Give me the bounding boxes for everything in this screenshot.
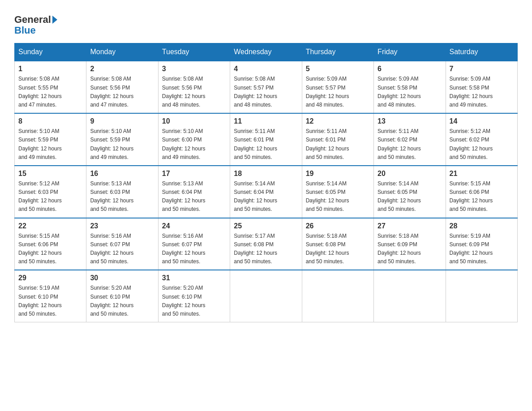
calendar-cell: 14 Sunrise: 5:12 AM Sunset: 6:02 PM Dayl… xyxy=(446,113,517,166)
day-info: Sunrise: 5:15 AM Sunset: 6:06 PM Dayligh… xyxy=(450,180,514,214)
day-info: Sunrise: 5:08 AM Sunset: 5:57 PM Dayligh… xyxy=(234,75,298,109)
day-number: 23 xyxy=(90,222,154,230)
day-info: Sunrise: 5:08 AM Sunset: 5:56 PM Dayligh… xyxy=(90,75,154,109)
calendar-cell: 6 Sunrise: 5:09 AM Sunset: 5:58 PM Dayli… xyxy=(374,61,446,113)
calendar-cell: 22 Sunrise: 5:15 AM Sunset: 6:06 PM Dayl… xyxy=(15,218,86,270)
calendar-cell xyxy=(446,270,517,322)
calendar-cell: 10 Sunrise: 5:10 AM Sunset: 6:00 PM Dayl… xyxy=(158,113,230,166)
day-number: 20 xyxy=(378,170,442,178)
week-row-1: 1 Sunrise: 5:08 AM Sunset: 5:55 PM Dayli… xyxy=(15,61,518,113)
day-info: Sunrise: 5:17 AM Sunset: 6:08 PM Dayligh… xyxy=(234,232,298,266)
day-info: Sunrise: 5:09 AM Sunset: 5:58 PM Dayligh… xyxy=(378,75,442,109)
day-number: 14 xyxy=(450,117,514,125)
day-info: Sunrise: 5:16 AM Sunset: 6:07 PM Dayligh… xyxy=(162,232,226,266)
calendar-table: SundayMondayTuesdayWednesdayThursdayFrid… xyxy=(14,43,518,322)
day-info: Sunrise: 5:14 AM Sunset: 6:05 PM Dayligh… xyxy=(378,180,442,214)
day-number: 22 xyxy=(18,222,82,230)
day-number: 13 xyxy=(378,117,442,125)
logo-line1: General xyxy=(14,14,59,25)
day-number: 30 xyxy=(90,274,154,282)
calendar-cell: 8 Sunrise: 5:10 AM Sunset: 5:59 PM Dayli… xyxy=(15,113,86,166)
header-friday: Friday xyxy=(374,43,446,61)
day-number: 9 xyxy=(90,117,154,125)
logo: General Blue xyxy=(14,11,59,36)
day-number: 24 xyxy=(162,222,226,230)
header-monday: Monday xyxy=(86,43,158,61)
calendar-header-row: SundayMondayTuesdayWednesdayThursdayFrid… xyxy=(15,43,518,61)
calendar-cell: 26 Sunrise: 5:18 AM Sunset: 6:08 PM Dayl… xyxy=(302,218,373,270)
day-number: 15 xyxy=(18,170,82,178)
day-number: 27 xyxy=(378,222,442,230)
day-info: Sunrise: 5:11 AM Sunset: 6:01 PM Dayligh… xyxy=(306,127,370,162)
calendar-cell: 23 Sunrise: 5:16 AM Sunset: 6:07 PM Dayl… xyxy=(86,218,158,270)
calendar-cell: 27 Sunrise: 5:18 AM Sunset: 6:09 PM Dayl… xyxy=(374,218,446,270)
logo-general-text: General xyxy=(14,14,51,25)
calendar-cell: 13 Sunrise: 5:11 AM Sunset: 6:02 PM Dayl… xyxy=(374,113,446,166)
calendar-cell: 4 Sunrise: 5:08 AM Sunset: 5:57 PM Dayli… xyxy=(230,61,302,113)
day-info: Sunrise: 5:11 AM Sunset: 6:01 PM Dayligh… xyxy=(234,127,298,162)
calendar-cell: 3 Sunrise: 5:08 AM Sunset: 5:56 PM Dayli… xyxy=(158,61,230,113)
calendar-cell: 2 Sunrise: 5:08 AM Sunset: 5:56 PM Dayli… xyxy=(86,61,158,113)
header-saturday: Saturday xyxy=(446,43,517,61)
day-info: Sunrise: 5:20 AM Sunset: 6:10 PM Dayligh… xyxy=(162,284,226,318)
day-number: 12 xyxy=(306,117,370,125)
calendar-cell: 18 Sunrise: 5:14 AM Sunset: 6:04 PM Dayl… xyxy=(230,166,302,218)
calendar-cell: 31 Sunrise: 5:20 AM Sunset: 6:10 PM Dayl… xyxy=(158,270,230,322)
day-info: Sunrise: 5:15 AM Sunset: 6:06 PM Dayligh… xyxy=(18,232,82,266)
week-row-4: 22 Sunrise: 5:15 AM Sunset: 6:06 PM Dayl… xyxy=(15,218,518,270)
day-number: 19 xyxy=(306,170,370,178)
day-number: 29 xyxy=(18,274,82,282)
day-info: Sunrise: 5:19 AM Sunset: 6:09 PM Dayligh… xyxy=(450,232,514,266)
day-info: Sunrise: 5:09 AM Sunset: 5:58 PM Dayligh… xyxy=(450,75,514,109)
calendar-cell: 16 Sunrise: 5:13 AM Sunset: 6:03 PM Dayl… xyxy=(86,166,158,218)
calendar-cell: 15 Sunrise: 5:12 AM Sunset: 6:03 PM Dayl… xyxy=(15,166,86,218)
logo-arrow-icon xyxy=(52,16,57,24)
day-info: Sunrise: 5:08 AM Sunset: 5:56 PM Dayligh… xyxy=(162,75,226,109)
day-info: Sunrise: 5:12 AM Sunset: 6:03 PM Dayligh… xyxy=(18,180,82,214)
day-info: Sunrise: 5:18 AM Sunset: 6:08 PM Dayligh… xyxy=(306,232,370,266)
day-number: 31 xyxy=(162,274,226,282)
calendar-cell: 7 Sunrise: 5:09 AM Sunset: 5:58 PM Dayli… xyxy=(446,61,517,113)
calendar-cell: 19 Sunrise: 5:14 AM Sunset: 6:05 PM Dayl… xyxy=(302,166,373,218)
day-info: Sunrise: 5:12 AM Sunset: 6:02 PM Dayligh… xyxy=(450,127,514,162)
calendar-cell: 20 Sunrise: 5:14 AM Sunset: 6:05 PM Dayl… xyxy=(374,166,446,218)
day-info: Sunrise: 5:13 AM Sunset: 6:03 PM Dayligh… xyxy=(90,180,154,214)
header-wednesday: Wednesday xyxy=(230,43,302,61)
day-number: 25 xyxy=(234,222,298,230)
day-info: Sunrise: 5:20 AM Sunset: 6:10 PM Dayligh… xyxy=(90,284,154,318)
day-number: 5 xyxy=(306,65,370,73)
calendar-cell: 28 Sunrise: 5:19 AM Sunset: 6:09 PM Dayl… xyxy=(446,218,517,270)
day-number: 16 xyxy=(90,170,154,178)
day-number: 26 xyxy=(306,222,370,230)
header-tuesday: Tuesday xyxy=(158,43,230,61)
day-number: 4 xyxy=(234,65,298,73)
day-number: 18 xyxy=(234,170,298,178)
week-row-5: 29 Sunrise: 5:19 AM Sunset: 6:10 PM Dayl… xyxy=(15,270,518,322)
day-info: Sunrise: 5:14 AM Sunset: 6:05 PM Dayligh… xyxy=(306,180,370,214)
calendar-cell: 5 Sunrise: 5:09 AM Sunset: 5:57 PM Dayli… xyxy=(302,61,373,113)
calendar-cell: 21 Sunrise: 5:15 AM Sunset: 6:06 PM Dayl… xyxy=(446,166,517,218)
page-header: General Blue xyxy=(14,11,518,36)
logo-line2: Blue xyxy=(14,25,36,36)
day-info: Sunrise: 5:14 AM Sunset: 6:04 PM Dayligh… xyxy=(234,180,298,214)
logo-blue-text: Blue xyxy=(14,25,36,36)
calendar-cell: 29 Sunrise: 5:19 AM Sunset: 6:10 PM Dayl… xyxy=(15,270,86,322)
day-info: Sunrise: 5:09 AM Sunset: 5:57 PM Dayligh… xyxy=(306,75,370,109)
calendar-cell xyxy=(230,270,302,322)
day-info: Sunrise: 5:16 AM Sunset: 6:07 PM Dayligh… xyxy=(90,232,154,266)
calendar-cell: 12 Sunrise: 5:11 AM Sunset: 6:01 PM Dayl… xyxy=(302,113,373,166)
day-info: Sunrise: 5:13 AM Sunset: 6:04 PM Dayligh… xyxy=(162,180,226,214)
calendar-cell: 24 Sunrise: 5:16 AM Sunset: 6:07 PM Dayl… xyxy=(158,218,230,270)
day-info: Sunrise: 5:10 AM Sunset: 6:00 PM Dayligh… xyxy=(162,127,226,162)
day-number: 21 xyxy=(450,170,514,178)
calendar-cell xyxy=(302,270,373,322)
header-sunday: Sunday xyxy=(15,43,86,61)
day-number: 2 xyxy=(90,65,154,73)
calendar-cell: 30 Sunrise: 5:20 AM Sunset: 6:10 PM Dayl… xyxy=(86,270,158,322)
day-number: 7 xyxy=(450,65,514,73)
day-info: Sunrise: 5:19 AM Sunset: 6:10 PM Dayligh… xyxy=(18,284,82,318)
day-number: 11 xyxy=(234,117,298,125)
day-number: 10 xyxy=(162,117,226,125)
week-row-3: 15 Sunrise: 5:12 AM Sunset: 6:03 PM Dayl… xyxy=(15,166,518,218)
day-info: Sunrise: 5:10 AM Sunset: 5:59 PM Dayligh… xyxy=(18,127,82,162)
